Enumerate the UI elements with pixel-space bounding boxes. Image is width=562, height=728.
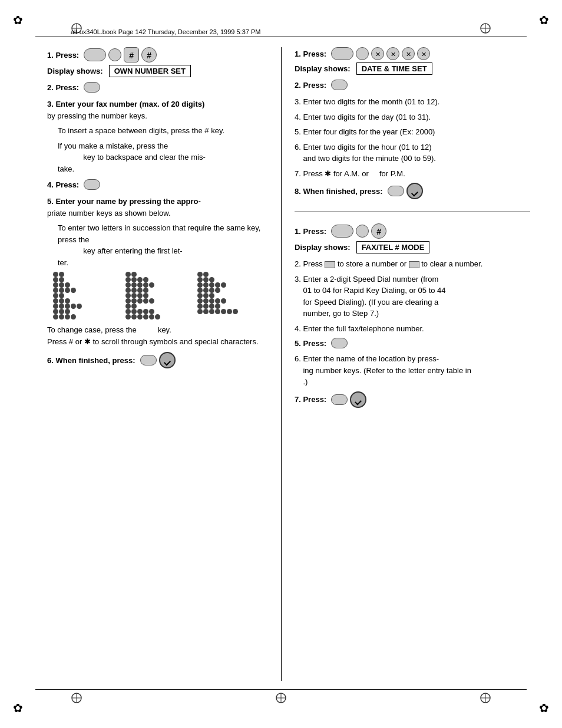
left-step6-press: 6. When finished, press: (47, 352, 265, 368)
reg-mark-bottom-center (275, 692, 287, 706)
right-step8-label: 8. When finished, press: (295, 187, 383, 196)
left-display1-label: Display shows: (47, 67, 103, 75)
r-small-oval-btn-8[interactable] (388, 186, 404, 196)
left-column: 1. Press: # # Display shows: OWN NUMBER … (47, 47, 265, 371)
right-step7: 7. Press ✱ for A.M. or for P.M. (295, 168, 530, 180)
corner-br-decoration: ✿ (539, 701, 549, 715)
left-step3-note2: If you make a mistake, press the key to … (58, 140, 265, 175)
left-step4: 4. Press: (47, 179, 265, 190)
left-step3: 3. Enter your fax number (max. of 20 dig… (47, 98, 265, 174)
flower-icon-br: ✿ (539, 701, 549, 714)
left-step1: 1. Press: # # Display shows: OWN NUMBER … (47, 47, 265, 77)
r2-oval-btn-1[interactable] (331, 225, 353, 238)
r-x-btn-4[interactable]: ✕ (417, 47, 430, 60)
flower-icon-tl: ✿ (13, 14, 23, 27)
left-step6: 6. When finished, press: (47, 352, 265, 368)
left-step5-note1: To enter two letters in succession that … (58, 222, 265, 268)
right-s2-step7-label: 7. Press: (295, 395, 326, 404)
header-text: all-ux340L.book Page 142 Thursday, Decem… (71, 28, 260, 35)
right-step5: 5. Enter four digits for the year (Ex: 2… (295, 126, 530, 138)
right-section-separator (295, 211, 530, 212)
right-s2-step7: 7. Press: (295, 391, 530, 408)
r-x-btn-2[interactable]: ✕ (386, 47, 399, 60)
right-step1-press: 1. Press: ✕ ✕ ✕ ✕ (295, 47, 530, 60)
r2-checkmark-btn-7[interactable] (350, 391, 366, 408)
right-display1: Display shows: DATE & TIME SET (295, 62, 530, 75)
left-step2-label: 2. Press: (47, 83, 79, 92)
right-step3: 3. Enter two digits for the month (01 to… (295, 96, 530, 108)
left-step1-label: 1. Press: (47, 51, 79, 60)
r-x-btn-3[interactable]: ✕ (402, 47, 415, 60)
right-s2-step7-press: 7. Press: (295, 391, 530, 408)
left-step5-label: 5. Enter your name by pressing the appro… (47, 197, 201, 206)
r2-circle-btn-1[interactable] (356, 225, 369, 238)
right-display1-value: DATE & TIME SET (356, 62, 432, 75)
left-step3-main: 3. Enter your fax number (max. of 20 dig… (47, 98, 265, 121)
r2-clear-btn[interactable] (409, 261, 419, 268)
right-step1: 1. Press: ✕ ✕ ✕ ✕ Display shows: DATE & … (295, 47, 530, 75)
letter-col1 (53, 272, 121, 319)
right-s2-step5: 5. Press: (295, 338, 530, 348)
flower-icon-bl: ✿ (13, 701, 23, 714)
right-s2-display1-value: FAX/TEL # MODE (356, 241, 430, 253)
right-s2-step1-label: 1. Press: (295, 227, 326, 236)
right-display1-label: Display shows: (295, 64, 351, 73)
small-oval-button-4[interactable] (84, 179, 100, 190)
reg-mark-tr (480, 22, 491, 36)
left-step3-label: 3. Enter your fax number (max. of 20 dig… (47, 100, 204, 108)
oval-button-1[interactable] (84, 48, 106, 61)
bottom-line (35, 689, 527, 690)
right-step6: 6. Enter two digits for the hour (01 to … (295, 141, 530, 164)
r-oval-btn-1[interactable] (331, 47, 353, 60)
right-s2-step6: 6. Enter the name of the location by pre… (295, 353, 530, 388)
hash-circle-button-1[interactable]: # (141, 47, 157, 62)
right-step8: 8. When finished, press: (295, 183, 530, 199)
reg-mark-bl (71, 692, 82, 706)
right-column: 1. Press: ✕ ✕ ✕ ✕ Display shows: DATE & … (295, 47, 530, 410)
right-step8-press: 8. When finished, press: (295, 183, 530, 199)
right-step4: 4. Enter two digits for the day (01 to 3… (295, 111, 530, 123)
left-step5-body: priate number keys as shown below. (47, 209, 171, 218)
left-step6-label: 6. When finished, press: (47, 356, 135, 365)
r2-small-oval-btn-5[interactable] (331, 338, 348, 348)
right-step1-label: 1. Press: (295, 50, 326, 58)
circle-button-1[interactable] (108, 48, 121, 61)
left-display1-value: OWN NUMBER SET (109, 65, 191, 77)
right-s2-step5-press: 5. Press: (295, 338, 530, 348)
right-step2-press: 2. Press: (295, 80, 530, 90)
r2-hash-circle-btn[interactable]: # (371, 223, 386, 239)
corner-tl-decoration: ✿ (13, 13, 23, 27)
left-step3-body: by pressing the number keys. (47, 111, 147, 120)
right-step2: 2. Press: (295, 80, 530, 90)
r-checkmark-btn-8[interactable] (406, 183, 423, 199)
left-step4-label: 4. Press: (47, 180, 79, 189)
small-oval-button-2[interactable] (84, 82, 100, 93)
right-s2-display1: Display shows: FAX/TEL # MODE (295, 241, 530, 253)
r2-store-btn[interactable] (325, 261, 335, 268)
left-step5: 5. Enter your name by pressing the appro… (47, 196, 265, 347)
letter-col2 (125, 272, 193, 319)
left-step1-press: 1. Press: # # (47, 47, 265, 62)
right-section2: 1. Press: # Display shows: FAX/TEL # MOD… (295, 223, 530, 408)
left-step2-press: 2. Press: (47, 82, 265, 93)
center-divider (281, 47, 282, 681)
header-line (35, 37, 527, 37)
right-s2-step1: 1. Press: # Display shows: FAX/TEL # MOD… (295, 223, 530, 253)
r-circle-btn-1[interactable] (356, 47, 369, 60)
r2-small-oval-btn-7[interactable] (331, 394, 348, 405)
left-step5-change-case: To change case, press the key. Press # o… (47, 324, 265, 347)
right-s2-step4: 4. Enter the full fax/telephone number. (295, 323, 530, 335)
letter-entry-grid (53, 272, 265, 319)
reg-mark-br (480, 692, 491, 706)
left-step5-main: 5. Enter your name by pressing the appro… (47, 196, 265, 219)
r-small-oval-btn-2[interactable] (331, 80, 348, 90)
right-s2-step2: 2. Press to store a number or to clear a… (295, 258, 530, 270)
small-oval-button-6[interactable] (140, 355, 157, 365)
r-x-btn-1[interactable]: ✕ (371, 47, 384, 60)
hash-button-1[interactable]: # (124, 47, 139, 62)
flower-icon-tr: ✿ (539, 14, 549, 27)
letter-col3 (197, 272, 265, 319)
left-step3-note1: To insert a space between digits, press … (58, 125, 265, 137)
checkmark-button-6[interactable] (159, 352, 176, 368)
right-s2-step5-label: 5. Press: (295, 339, 326, 348)
